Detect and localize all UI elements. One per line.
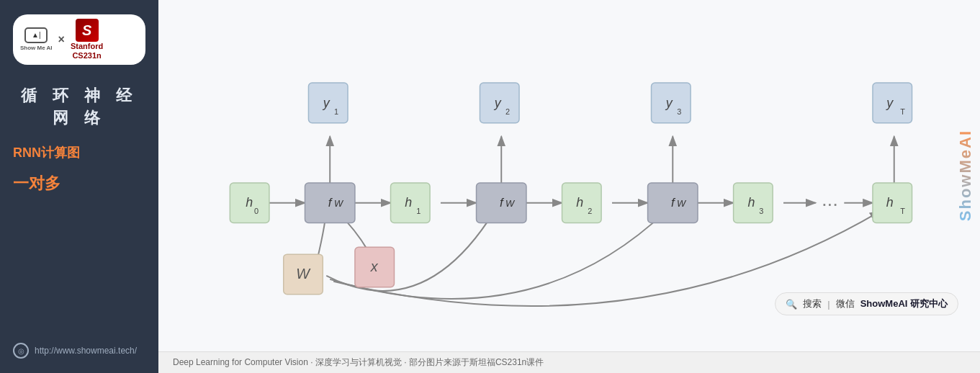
svg-text:3: 3 [677, 107, 681, 116]
showmeai-logo: ▲| Show Me AI [20, 27, 53, 52]
svg-text:y: y [322, 96, 331, 110]
svg-text:1: 1 [334, 107, 338, 116]
stanford-logo: S Stanford CS231n [71, 19, 103, 60]
rnn-subtitle: RNN计算图 [13, 144, 145, 161]
svg-text:···: ··· [822, 192, 838, 215]
svg-text:1: 1 [416, 207, 421, 215]
page-title: 循 环 神 经 网 络 [13, 85, 145, 130]
search-icon: 🔍 [786, 299, 797, 310]
svg-text:h: h [576, 195, 583, 210]
search-text: 搜索 [803, 297, 822, 310]
svg-text:h: h [747, 195, 755, 210]
search-badge[interactable]: 🔍 搜索 | 微信 ShowMeAI 研究中心 [775, 292, 958, 315]
stanford-icon: S [76, 19, 99, 42]
wechat-text: 微信 [836, 297, 855, 310]
website-link[interactable]: ◎ http://www.showmeai.tech/ [13, 343, 145, 359]
svg-text:T: T [900, 107, 905, 116]
diagram-area: h 0 f W h 1 f W h 2 f W h 3 [158, 0, 980, 351]
svg-text:h: h [886, 195, 894, 210]
sidebar: ▲| Show Me AI × S Stanford CS231n 循 环 神 … [0, 0, 158, 373]
website-url: http://www.showmeai.tech/ [35, 346, 137, 356]
watermark-text: ShowMeAI [956, 130, 975, 221]
watermark: ShowMeAI [951, 0, 980, 351]
footer-text: Deep Learning for Computer Vision · 深度学习… [173, 356, 544, 369]
showmeai-label: Show Me AI [20, 45, 53, 52]
svg-text:0: 0 [254, 207, 259, 215]
svg-text:x: x [370, 259, 379, 274]
svg-text:2: 2 [588, 207, 592, 215]
badge-divider: | [827, 299, 830, 310]
brand-text: ShowMeAI 研究中心 [860, 297, 948, 310]
svg-text:W: W [296, 266, 311, 282]
svg-text:3: 3 [759, 207, 763, 215]
compass-icon: ◎ [13, 343, 29, 359]
svg-text:y: y [665, 96, 673, 110]
svg-text:h: h [246, 195, 253, 210]
main-content: h 0 f W h 1 f W h 2 f W h 3 [158, 0, 980, 373]
svg-text:h: h [405, 195, 412, 210]
svg-text:W: W [334, 198, 344, 209]
times-sign: × [58, 33, 65, 46]
svg-text:W: W [505, 198, 516, 209]
footer: Deep Learning for Computer Vision · 深度学习… [158, 351, 980, 373]
showmeai-icon: ▲| [24, 27, 48, 43]
svg-text:y: y [493, 96, 502, 110]
one-many-subtitle: 一对多 [13, 173, 145, 194]
logo-area: ▲| Show Me AI × S Stanford CS231n [13, 14, 145, 65]
svg-text:T: T [900, 207, 905, 215]
stanford-label: Stanford CS231n [71, 42, 103, 60]
svg-text:2: 2 [505, 107, 510, 116]
svg-text:W: W [677, 198, 687, 209]
svg-text:y: y [885, 96, 894, 110]
